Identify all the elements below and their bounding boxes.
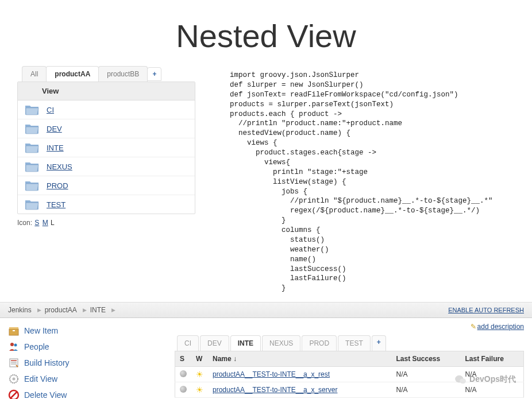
view-link[interactable]: INTE — [47, 144, 64, 152]
gear-icon — [8, 373, 20, 385]
subtab-nexus[interactable]: NEXUS — [262, 335, 300, 351]
build-history[interactable]: Build History — [8, 355, 169, 371]
pencil-icon: ✎ — [471, 323, 476, 331]
people-icon — [8, 341, 20, 352]
watermark: DevOps时代 — [454, 374, 516, 385]
status-ball-icon — [180, 386, 187, 393]
code-snippet: import groovy.json.JsonSlurper def slurp… — [230, 66, 515, 293]
view-header: View — [18, 82, 195, 100]
svg-point-10 — [13, 378, 16, 381]
view-tabs: All productAA productBB + — [22, 66, 195, 82]
enable-auto-refresh[interactable]: ENABLE AUTO REFRESH — [448, 307, 524, 313]
view-link[interactable]: TEST — [47, 200, 65, 209]
col-last-failure[interactable]: Last Failure — [461, 351, 524, 367]
folder-icon — [25, 142, 40, 153]
view-row[interactable]: CI — [18, 100, 195, 119]
svg-rect-1 — [9, 327, 18, 329]
col-weather[interactable]: W — [191, 351, 208, 367]
folder-icon — [25, 161, 40, 172]
edit-view[interactable]: Edit View — [8, 371, 169, 387]
subtab-inte[interactable]: INTE — [230, 335, 261, 351]
edit-label: Edit View — [24, 374, 57, 383]
subtab-ci[interactable]: CI — [177, 335, 199, 351]
name-cell: productAA__TEST-to-INTE__a_x_server — [208, 382, 392, 398]
status-cell — [175, 382, 192, 398]
svg-point-4 — [14, 344, 17, 347]
sidebar: New Item People Build History Edit View … — [8, 323, 169, 399]
view-row[interactable]: PROD — [18, 176, 195, 195]
size-l[interactable]: L — [51, 219, 55, 227]
size-s[interactable]: S — [34, 219, 39, 227]
col-last-success[interactable]: Last Success — [392, 351, 461, 367]
job-link[interactable]: productAA__TEST-to-INTE__a_x_server — [213, 386, 337, 394]
crumb-product[interactable]: productAA — [45, 306, 77, 314]
view-row[interactable]: TEST — [18, 195, 195, 214]
folder-icon — [25, 199, 40, 210]
view-link[interactable]: PROD — [47, 181, 68, 190]
svg-rect-2 — [13, 330, 15, 331]
add-description[interactable]: ✎add description — [175, 323, 524, 331]
view-row[interactable]: INTE — [18, 138, 195, 157]
folder-icon — [25, 180, 40, 191]
view-link[interactable]: NEXUS — [47, 162, 72, 171]
tab-productaa[interactable]: productAA — [46, 66, 99, 82]
folder-icon — [25, 104, 40, 115]
status-ball-icon — [180, 370, 187, 377]
subtab-test[interactable]: TEST — [338, 335, 371, 351]
weather-cell: ☀ — [191, 367, 208, 382]
views-panel: All productAA productBB + View CIDEVINTE… — [17, 66, 195, 293]
name-cell: productAA__TEST-to-INTE__a_x_rest — [208, 367, 392, 382]
new-item-label: New Item — [24, 326, 58, 335]
subtab-add[interactable]: + — [372, 335, 386, 351]
chevron-icon: ▶ — [111, 307, 115, 313]
new-item[interactable]: New Item — [8, 323, 169, 339]
tab-add[interactable]: + — [147, 67, 161, 81]
people[interactable]: People — [8, 339, 169, 355]
delete-icon — [8, 389, 20, 399]
subtab-prod[interactable]: PROD — [302, 335, 337, 351]
crumb-jenkins[interactable]: Jenkins — [8, 306, 32, 314]
job-link[interactable]: productAA__TEST-to-INTE__a_x_rest — [213, 370, 330, 378]
history-label: Build History — [24, 358, 70, 367]
stage-tabs: CIDEVINTENEXUSPRODTEST+ — [177, 335, 524, 351]
sun-icon: ☀ — [196, 385, 203, 394]
breadcrumb-bar: Jenkins ▶ productAA ▶ INTE ▶ ENABLE AUTO… — [0, 302, 532, 318]
tab-productbb[interactable]: productBB — [98, 66, 148, 82]
subtab-dev[interactable]: DEV — [200, 335, 229, 351]
history-icon — [8, 357, 20, 369]
sun-icon: ☀ — [196, 370, 203, 379]
status-cell — [175, 367, 192, 382]
delete-label: Delete View — [24, 390, 67, 399]
box-icon — [8, 325, 20, 336]
view-table: View CIDEVINTENEXUSPRODTEST — [17, 82, 195, 214]
main-panel: ✎add description CIDEVINTENEXUSPRODTEST+… — [175, 323, 524, 399]
col-name[interactable]: Name ↓ — [208, 351, 392, 367]
last-success-cell: N/A — [392, 382, 461, 398]
svg-point-3 — [10, 343, 14, 346]
size-m[interactable]: M — [43, 219, 48, 227]
delete-view[interactable]: Delete View — [8, 387, 169, 399]
icon-size-picker: Icon: S M L — [17, 219, 195, 227]
view-row[interactable]: DEV — [18, 119, 195, 138]
view-link[interactable]: CI — [47, 106, 54, 114]
svg-line-12 — [10, 392, 17, 398]
view-row[interactable]: NEXUS — [18, 157, 195, 176]
col-status[interactable]: S — [175, 351, 192, 367]
people-label: People — [24, 342, 49, 351]
view-link[interactable]: DEV — [47, 125, 62, 133]
wechat-icon — [454, 374, 467, 385]
chevron-icon: ▶ — [37, 307, 41, 313]
slide-title: Nested View — [0, 0, 532, 66]
svg-point-16 — [460, 378, 466, 383]
crumb-inte[interactable]: INTE — [90, 306, 106, 314]
last-success-cell: N/A — [392, 367, 461, 382]
chevron-icon: ▶ — [83, 307, 87, 313]
folder-icon — [25, 123, 40, 134]
tab-all[interactable]: All — [22, 66, 47, 82]
icon-label: Icon: — [17, 219, 32, 227]
weather-cell: ☀ — [191, 382, 208, 398]
svg-rect-0 — [9, 329, 18, 335]
